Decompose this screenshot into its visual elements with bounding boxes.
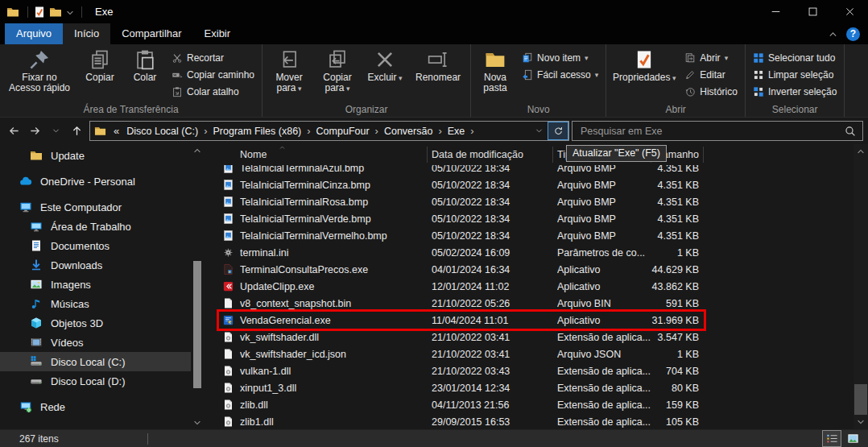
column-separator[interactable] [427,147,428,163]
file-row-updateclipp-exe[interactable]: UpdateClipp.exe12/01/2024 11:02Aplicativ… [205,278,850,295]
breadcrumb-separator-icon[interactable]: › [436,125,443,137]
file-row-vk-swiftshader-icd-json[interactable]: vk_swiftshader_icd.json21/10/2022 03:41A… [205,346,850,362]
file-row-v8-context-snapshot-bin[interactable]: v8_context_snapshot.bin21/10/2022 05:26A… [205,295,850,312]
search-icon[interactable] [845,126,856,137]
file-scroll-thumb[interactable] [854,384,867,415]
ribbon-button-abrir[interactable]: Abrir▾ [681,49,741,66]
scroll-up-icon[interactable] [856,147,866,156]
sidebar-item-update[interactable]: Update [0,146,191,165]
ribbon-button-selecionar-tudo[interactable]: Selecionar tudo [750,49,840,66]
sidebar-item-downloads[interactable]: Downloads [0,255,191,275]
ribbon-button-colar-atalho[interactable]: Colar atalho [168,83,258,100]
column-header-data-de-modificacao[interactable]: Data de modificação [432,149,523,160]
ribbon-button-copiar[interactable]: Copiar [76,46,123,83]
tab-compartilhar[interactable]: Compartilhar [110,23,192,44]
forward-icon [29,125,41,137]
ribbon-button-historico[interactable]: Histórico [681,83,741,100]
breadcrumb-separator-icon[interactable]: › [202,125,209,137]
ribbon-button-recortar[interactable]: Recortar [168,49,258,66]
qat-folder-icon[interactable] [49,6,62,19]
sidebar-item-documentos[interactable]: Documentos [0,236,191,255]
scroll-down-icon[interactable] [856,417,866,427]
ribbon-button-copiar-para[interactable]: Copiar para ▾ [313,46,362,94]
sidebar-scroll-thumb[interactable] [193,261,201,388]
ini-icon [222,246,234,259]
column-header-nome[interactable]: Nome [240,149,267,160]
close-button[interactable] [831,0,868,23]
sidebar-scrollbar[interactable] [192,146,203,428]
collapse-ribbon-icon[interactable] [828,29,838,39]
breadcrumb-overflow[interactable]: « [114,125,119,137]
file-row-telainicialterminalvermelho-bmp[interactable]: TelaInicialTerminalVermelho.bmp05/10/202… [205,227,850,244]
up-button[interactable] [66,121,87,142]
sidebar-item-imagens[interactable]: Imagens [0,275,191,294]
column-separator[interactable] [703,147,704,163]
ribbon-button-inverter-selecao[interactable]: Inverter seleção [750,83,840,100]
breadcrumb-separator-icon[interactable]: › [305,125,312,137]
file-row-telainicialterminalcinza-bmp[interactable]: TelaInicialTerminalCinza.bmp05/10/2022 1… [205,176,850,193]
sidebar-item-este-computador[interactable]: Este Computador [0,197,191,217]
tab-exibir[interactable]: Exibir [193,23,242,44]
column-separator[interactable] [552,147,553,163]
details-view-button[interactable] [823,431,841,446]
refresh-button[interactable] [548,122,568,140]
ribbon-button-nova-pasta[interactable]: Nova pasta [473,46,517,93]
file-date-cell: 05/10/2022 18:34 [432,227,510,244]
file-row-terminalconsultaprecos-exe[interactable]: TerminalConsultaPrecos.exe04/01/2024 16:… [205,261,850,278]
forward-button[interactable] [24,121,45,142]
help-icon[interactable]: ? [846,27,860,41]
sidebar-item-musicas[interactable]: Músicas [0,294,191,313]
breadcrumb-separator-icon[interactable]: › [374,125,380,137]
recent-locations-button[interactable] [45,121,66,142]
breadcrumb-item-program-files-x86[interactable]: Program Files (x86) [209,126,306,137]
file-row-terminal-ini[interactable]: terminal.ini05/02/2024 16:09Parâmetros d… [205,244,850,261]
maximize-button[interactable] [794,0,831,23]
ribbon-button-fixar-no-acesso-rapido[interactable]: Fixar no Acesso rápido [2,46,76,93]
ribbon-button-limpar-selecao[interactable]: Limpar seleção [750,66,840,83]
file-row-telainicialterminalverde-bmp[interactable]: TelaInicialTerminalVerde.bmp05/10/2022 1… [205,210,850,227]
clear-selection-icon [753,69,764,81]
file-row-vendagerencial-exe[interactable]: VendaGerencial.exe11/04/2024 11:01Aplica… [205,312,850,329]
sidebar-item-objetos-3d[interactable]: Objetos 3D [0,313,191,333]
ribbon-button-propriedades[interactable]: Propriedades ▾ [609,46,680,84]
tab-inicio[interactable]: Início [63,23,110,44]
breadcrumb-item-disco-local-c[interactable]: Disco Local (C:) [122,126,202,137]
file-row-zlib1-dll[interactable]: zlib1.dll29/09/2015 16:53Extensão de apl… [205,413,850,429]
breadcrumb-item-conversao[interactable]: Conversão [380,126,436,137]
ribbon-button-renomear[interactable]: Renomear [408,46,468,83]
file-row-zlib-dll[interactable]: zlib.dll04/11/2013 21:56Extensão de apli… [205,396,850,413]
address-box[interactable]: « Disco Local (C:)›Program Files (x86)›C… [89,121,569,141]
ribbon-button-editar[interactable]: Editar [681,66,741,83]
file-row-telainicialterminalrosa-bmp[interactable]: TelaInicialTerminalRosa.bmp05/10/2022 18… [205,193,850,210]
search-input[interactable] [579,125,840,138]
tab-arquivo[interactable]: Arquivo [5,23,63,44]
sidebar-item-area-de-trabalho[interactable]: Área de Trabalho [0,217,191,236]
ribbon-button-colar[interactable]: Colar [123,46,167,83]
file-row-xinput1-3-dll[interactable]: xinput1_3.dll23/01/2014 12:34Extensão de… [205,379,850,396]
address-dropdown-button[interactable] [530,122,548,140]
sidebar-item-videos[interactable]: Vídeos [0,333,191,352]
sidebar-item-rede[interactable]: Rede [0,397,191,416]
file-list-scrollbar[interactable] [854,144,868,429]
sidebar-item-disco-local-c[interactable]: Disco Local (C:) [0,352,191,371]
file-row-vk-swiftshader-dll[interactable]: vk_swiftshader.dll21/10/2022 03:41Extens… [205,329,850,346]
minimize-button[interactable] [757,0,794,23]
sidebar-item-disco-local-d[interactable]: Disco Local (D:) [0,371,191,391]
ribbon-button-facil-acesso[interactable]: Fácil acesso▾ [519,66,601,83]
file-row-telainicialterminalazul-bmp[interactable]: TelaInicialTerminalAzul.bmp05/10/2022 18… [205,165,850,176]
breadcrumb-item-compufour[interactable]: CompuFour [312,126,374,137]
ribbon-button-novo-item[interactable]: Novo item▾ [519,49,601,66]
breadcrumb-item-exe[interactable]: Exe [444,126,469,137]
ribbon-button-copiar-caminho[interactable]: Copiar caminho [168,66,258,83]
scroll-down-icon[interactable] [192,418,202,428]
qat-dropdown-icon[interactable] [65,8,75,18]
ribbon-button-excluir[interactable]: Excluir ▾ [362,46,408,84]
ribbon-button-mover-para[interactable]: Mover para ▾ [265,46,313,94]
back-button[interactable] [3,121,24,142]
qat-properties-icon[interactable] [33,6,46,19]
breadcrumb-separator-icon[interactable]: › [469,125,475,137]
scroll-up-icon[interactable] [192,146,202,155]
sidebar-item-onedrive-personal[interactable]: OneDrive - Personal [0,172,191,191]
file-row-vulkan-1-dll[interactable]: vulkan-1.dll21/10/2022 03:43Extensão de … [205,362,850,379]
thumbnail-view-button[interactable] [844,431,862,446]
